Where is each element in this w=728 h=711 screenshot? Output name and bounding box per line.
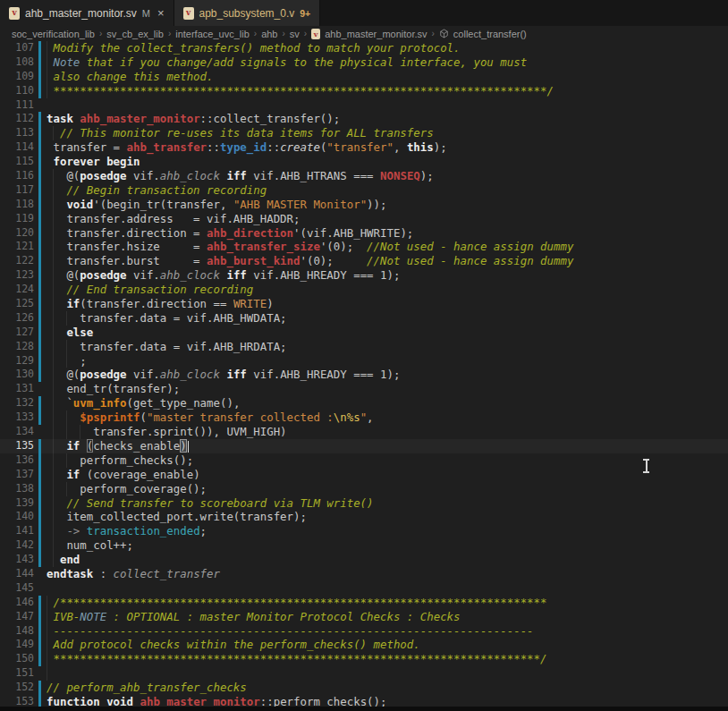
- code-line-145[interactable]: 145: [0, 581, 728, 596]
- code-line-117[interactable]: 117 // Begin transaction recording: [0, 183, 728, 198]
- line-number[interactable]: 108: [0, 55, 34, 70]
- code-line-143[interactable]: 143 end: [0, 553, 728, 567]
- code-line-128[interactable]: 128 transfer.data = vif.AHB_HRDATA;: [0, 340, 728, 354]
- line-number[interactable]: 127: [0, 326, 34, 340]
- line-number[interactable]: 118: [0, 198, 34, 212]
- code-line-120[interactable]: 120 transfer.direction = ahb_direction'(…: [0, 226, 728, 241]
- line-number[interactable]: 144: [0, 567, 34, 581]
- line-number[interactable]: 131: [0, 382, 34, 396]
- code-line-114[interactable]: 114 transfer = ahb_transfer::type_id::cr…: [0, 140, 728, 155]
- line-number[interactable]: 107: [0, 41, 34, 55]
- line-number[interactable]: 142: [0, 538, 34, 553]
- line-number[interactable]: 132: [0, 396, 34, 411]
- code-line-125[interactable]: 125 if(transfer.direction == WRITE): [0, 297, 728, 311]
- line-number[interactable]: 112: [0, 112, 34, 126]
- code-line-140[interactable]: 140 item_collected_port.write(transfer);: [0, 510, 728, 524]
- code-line-122[interactable]: 122 transfer.burst = ahb_burst_kind'(0);…: [0, 254, 728, 268]
- code-line-116[interactable]: 116 @(posedge vif.ahb_clock iff vif.AHB_…: [0, 169, 728, 183]
- tab-ahb_master_monitor.sv[interactable]: vahb_master_monitor.svM×: [0, 0, 174, 26]
- breadcrumb-item-1[interactable]: sv_cb_ex_lib: [106, 29, 164, 39]
- line-number[interactable]: 109: [0, 70, 34, 84]
- code-line-142[interactable]: 142 num_col++;: [0, 538, 728, 553]
- code-line-134[interactable]: 134 transfer.sprint()), UVM_HIGH): [0, 425, 728, 439]
- code-line-119[interactable]: 119 transfer.address = vif.AHB_HADDR;: [0, 212, 728, 226]
- code-line-151[interactable]: 151: [0, 666, 728, 681]
- line-number[interactable]: 114: [0, 140, 34, 155]
- code-line-132[interactable]: 132 `uvm_info(get_type_name(),: [0, 396, 728, 411]
- code-line-137[interactable]: 137 if (coverage_enable): [0, 468, 728, 482]
- code-line-115[interactable]: 115 forever begin: [0, 155, 728, 169]
- code-line-107[interactable]: 107 Modify the collect_transfers() metho…: [0, 41, 728, 55]
- code-line-111[interactable]: 111: [0, 98, 728, 113]
- line-number[interactable]: 147: [0, 610, 34, 624]
- code-line-109[interactable]: 109 also change this method.: [0, 70, 728, 84]
- line-number[interactable]: 138: [0, 482, 34, 496]
- line-number[interactable]: 143: [0, 553, 34, 567]
- code-line-138[interactable]: 138 perform_coverage();: [0, 482, 728, 496]
- line-number[interactable]: 146: [0, 596, 34, 610]
- code-line-112[interactable]: 112task ahb_master_monitor::collect_tran…: [0, 112, 728, 126]
- code-line-147[interactable]: 147 IVB-NOTE : OPTIONAL : master Monitor…: [0, 610, 728, 624]
- code-line-108[interactable]: 108 Note that if you change/add signals …: [0, 55, 728, 70]
- tab-close-icon[interactable]: ×: [157, 6, 165, 20]
- code-line-148[interactable]: 148 ------------------------------------…: [0, 624, 728, 639]
- code-line-136[interactable]: 136 perform_checks();: [0, 453, 728, 468]
- code-line-127[interactable]: 127 else: [0, 326, 728, 340]
- code-line-144[interactable]: 144endtask : collect_transfer: [0, 567, 728, 581]
- code-line-129[interactable]: 129 ;: [0, 354, 728, 368]
- line-number[interactable]: 136: [0, 453, 34, 468]
- code-line-149[interactable]: 149 Add protocol checks within the perfo…: [0, 638, 728, 652]
- line-number[interactable]: 113: [0, 126, 34, 140]
- code-line-123[interactable]: 123 @(posedge vif.ahb_clock iff vif.AHB_…: [0, 268, 728, 283]
- code-line-124[interactable]: 124 // End transaction recording: [0, 283, 728, 297]
- line-number[interactable]: 124: [0, 283, 34, 297]
- line-number[interactable]: 133: [0, 411, 34, 425]
- line-number[interactable]: 115: [0, 155, 34, 169]
- line-number[interactable]: 149: [0, 638, 34, 652]
- code-line-121[interactable]: 121 transfer.hsize = ahb_transfer_size'(…: [0, 240, 728, 254]
- breadcrumb-item-0[interactable]: soc_verification_lib: [12, 29, 95, 39]
- line-number[interactable]: 151: [0, 666, 34, 681]
- breadcrumb-item-6[interactable]: collect_transfer(): [453, 29, 527, 39]
- line-number[interactable]: 129: [0, 354, 34, 368]
- code-line-150[interactable]: 150 ************************************…: [0, 652, 728, 666]
- line-number[interactable]: 130: [0, 368, 34, 382]
- tab-apb_subsystem_0.v[interactable]: vapb_subsystem_0.v9+: [174, 0, 321, 26]
- line-number[interactable]: 145: [0, 581, 34, 596]
- line-number[interactable]: 122: [0, 254, 34, 268]
- code-line-135[interactable]: 135 if (checks_enable): [0, 439, 728, 453]
- code-line-126[interactable]: 126 transfer.data = vif.AHB_HWDATA;: [0, 311, 728, 326]
- line-number[interactable]: 135: [0, 439, 34, 453]
- code-line-141[interactable]: 141 -> transaction_ended;: [0, 524, 728, 538]
- line-number[interactable]: 139: [0, 496, 34, 511]
- line-number[interactable]: 123: [0, 268, 34, 283]
- line-number[interactable]: 121: [0, 240, 34, 254]
- code-line-139[interactable]: 139 // Send transfer to scoreboard via T…: [0, 496, 728, 511]
- line-number[interactable]: 137: [0, 468, 34, 482]
- line-number[interactable]: 141: [0, 524, 34, 538]
- line-number[interactable]: 134: [0, 425, 34, 439]
- breadcrumb-item-5[interactable]: ahb_master_monitor.sv: [325, 29, 427, 39]
- line-number[interactable]: 119: [0, 212, 34, 226]
- code-line-130[interactable]: 130 @(posedge vif.ahb_clock iff vif.AHB_…: [0, 368, 728, 382]
- line-number[interactable]: 128: [0, 340, 34, 354]
- breadcrumb-item-3[interactable]: ahb: [261, 29, 277, 39]
- breadcrumb-item-4[interactable]: sv: [290, 29, 300, 39]
- line-number[interactable]: 152: [0, 681, 34, 695]
- breadcrumb-item-2[interactable]: interface_uvc_lib: [175, 29, 250, 39]
- line-number[interactable]: 111: [0, 98, 34, 113]
- code-line-131[interactable]: 131 end_tr(transfer);: [0, 382, 728, 396]
- line-number[interactable]: 110: [0, 84, 34, 98]
- line-number[interactable]: 120: [0, 226, 34, 241]
- code-line-118[interactable]: 118 void'(begin_tr(transfer, "AHB MASTER…: [0, 198, 728, 212]
- line-number[interactable]: 125: [0, 297, 34, 311]
- line-number[interactable]: 117: [0, 183, 34, 198]
- code-line-152[interactable]: 152// perform_ahb_transfer_checks: [0, 681, 728, 695]
- line-number[interactable]: 126: [0, 311, 34, 326]
- code-line-110[interactable]: 110 ************************************…: [0, 84, 728, 98]
- code-line-113[interactable]: 113 // This monitor re-uses its data ite…: [0, 126, 728, 140]
- line-number[interactable]: 116: [0, 169, 34, 183]
- line-number[interactable]: 150: [0, 652, 34, 666]
- line-number[interactable]: 140: [0, 510, 34, 524]
- code-line-146[interactable]: 146 /***********************************…: [0, 596, 728, 610]
